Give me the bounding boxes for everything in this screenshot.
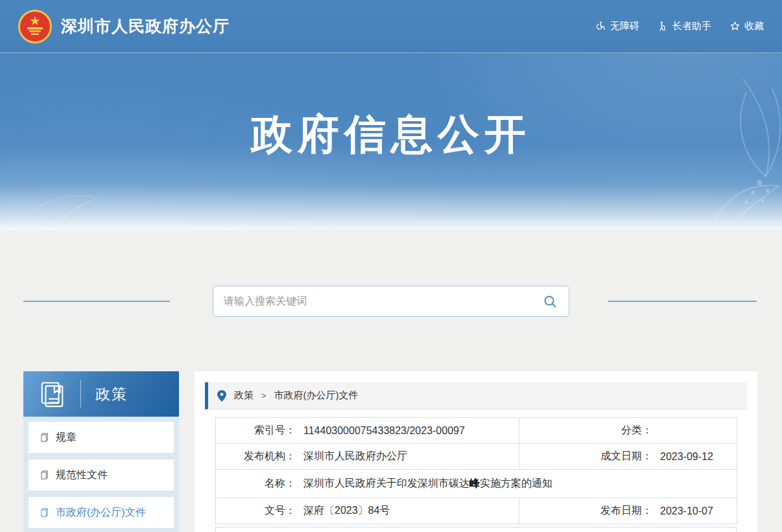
search-input[interactable] (224, 295, 542, 307)
favorite-label: 收藏 (744, 20, 764, 32)
category-label: 分类： (519, 424, 652, 437)
sidebar-item-label: 规范性文件 (56, 468, 108, 482)
publish-date-cell: 发布日期： 2023-10-07 (519, 498, 737, 524)
decorative-line-right (608, 301, 757, 302)
document-icon (40, 470, 50, 480)
index-cell: 索引号： 114403000075433823/2023-00097 (216, 418, 519, 444)
sidebar-item-regulations[interactable]: 规章 (29, 422, 174, 453)
page-title: 政府信息公开 (0, 106, 782, 163)
breadcrumb-separator: > (261, 391, 267, 400)
breadcrumb-current-page: 市政府(办公厅)文件 (274, 389, 359, 402)
main-content: 政策 规章 规范性文件 市政府(办公厅)文件 (0, 371, 782, 532)
name-cell: 名称： 深圳市人民政府关于印发深圳市碳达峰实施方案的通知 (216, 470, 737, 498)
next-table-row-partial (215, 527, 737, 532)
breadcrumb: 政策 > 市政府(办公厅)文件 (205, 382, 747, 410)
publish-date-label: 发布日期： (519, 504, 652, 518)
index-label: 索引号： (216, 424, 296, 437)
written-date-cell: 成文日期： 2023-09-12 (519, 444, 737, 470)
agency-value: 深圳市人民政府办公厅 (303, 450, 407, 463)
document-name: 深圳市人民政府关于印发深圳市碳达峰实施方案的通知 (303, 477, 552, 491)
sidebar-item-label: 规章 (56, 431, 77, 445)
sidebar-item-normative-documents[interactable]: 规范性文件 (29, 459, 174, 491)
page-banner: 政府信息公开 (0, 53, 782, 230)
sidebar-menu: 规章 规范性文件 市政府(办公厅)文件 (23, 417, 179, 532)
elder-helper-label: 长者助手 (672, 20, 711, 32)
favorite-link[interactable]: 收藏 (729, 20, 764, 32)
search-keyword-highlight: 峰 (469, 478, 480, 489)
site-title: 深圳市人民政府办公厅 (61, 16, 230, 37)
search-section (0, 230, 782, 317)
document-icon (40, 507, 50, 518)
index-value: 114403000075433823/2023-00097 (303, 425, 465, 437)
top-header: 深圳市人民政府办公厅 无障碍 长者助手 收藏 (0, 0, 782, 53)
table-row-agency: 发布机构： 深圳市人民政府办公厅 成文日期： 2023-09-12 (216, 444, 737, 470)
national-emblem-icon (18, 10, 52, 43)
accessibility-label: 无障碍 (610, 20, 639, 32)
table-row-index: 索引号： 114403000075433823/2023-00097 分类： (216, 418, 737, 444)
elder-icon (658, 21, 669, 32)
sidebar-title: 政策 (95, 384, 128, 404)
doc-number-cell: 文号： 深府〔2023〕84号 (216, 498, 519, 524)
table-row-name: 名称： 深圳市人民政府关于印发深圳市碳达峰实施方案的通知 (216, 470, 737, 498)
document-detail-table: 索引号： 114403000075433823/2023-00097 分类： 发… (215, 417, 737, 524)
search-button[interactable] (542, 294, 558, 310)
written-date-value: 2023-09-12 (660, 451, 713, 463)
agency-label: 发布机构： (216, 450, 296, 463)
document-icon (40, 432, 50, 443)
name-label: 名称： (216, 477, 296, 491)
agency-cell: 发布机构： 深圳市人民政府办公厅 (216, 444, 519, 470)
search-icon (543, 295, 557, 308)
accessibility-icon (595, 21, 606, 32)
sidebar-header-divider (80, 380, 81, 408)
star-icon (729, 21, 741, 32)
publish-date-value: 2023-10-07 (660, 505, 713, 517)
written-date-label: 成文日期： (519, 450, 652, 463)
banner-swoosh-decoration (0, 152, 143, 230)
content-panel: 政策 > 市政府(办公厅)文件 索引号： 114403000075433823/… (195, 371, 757, 532)
location-pin-icon (217, 390, 226, 402)
table-row-doc-number: 文号： 深府〔2023〕84号 发布日期： 2023-10-07 (216, 498, 737, 524)
category-cell: 分类： (519, 418, 737, 444)
policy-book-icon (39, 380, 66, 408)
doc-number-label: 文号： (216, 504, 296, 518)
search-box (213, 286, 569, 317)
sidebar-header: 政策 (23, 371, 179, 417)
breadcrumb-link-policy[interactable]: 政策 (234, 389, 254, 402)
site-logo[interactable]: 深圳市人民政府办公厅 (18, 10, 230, 43)
header-quick-links: 无障碍 长者助手 收藏 (595, 20, 764, 32)
sidebar-item-label: 市政府(办公厅)文件 (56, 506, 146, 520)
sidebar-item-municipal-government-documents[interactable]: 市政府(办公厅)文件 (29, 497, 174, 528)
sidebar: 政策 规章 规范性文件 市政府(办公厅)文件 (23, 371, 179, 532)
doc-number-value: 深府〔2023〕84号 (303, 504, 390, 518)
elder-helper-link[interactable]: 长者助手 (658, 20, 711, 32)
accessibility-link[interactable]: 无障碍 (595, 20, 639, 32)
decorative-line-left (23, 301, 170, 302)
